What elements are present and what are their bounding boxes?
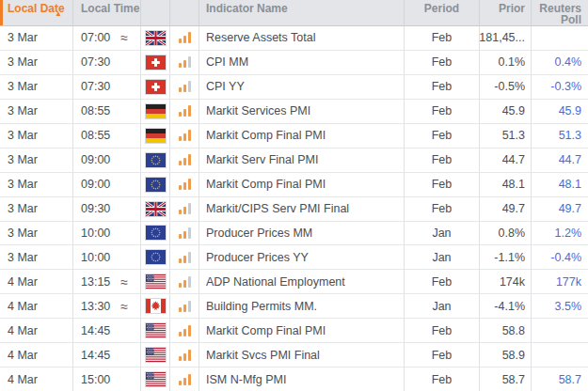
- cell-local-date: 3 Mar: [0, 222, 73, 245]
- cell-indicator-name: Markit Comp Final PMI: [199, 124, 405, 148]
- table-row[interactable]: 4 Mar13:15≈ADP National EmploymentFeb174…: [0, 270, 588, 294]
- cell-country-flag: [141, 124, 170, 148]
- cell-indicator-name: Markit/CIPS Serv PMI Final: [199, 197, 405, 221]
- importance-bars-icon: [179, 301, 191, 312]
- table-row[interactable]: 3 Mar09:00Markit Comp Final PMIFeb48.148…: [0, 173, 588, 197]
- cell-indicator-name: Markit Comp Final PMI: [199, 319, 405, 342]
- time-value: 13:15: [81, 275, 110, 289]
- table-row[interactable]: 3 Mar07:30CPI MMFeb0.1%0.4%: [0, 51, 588, 75]
- importance-bars-icon: [179, 252, 191, 263]
- de-flag-icon: [145, 103, 167, 119]
- column-header-local-time[interactable]: Local Time: [73, 0, 141, 25]
- importance-bars-icon: [179, 32, 191, 43]
- cell-country-flag: [141, 51, 170, 74]
- cell-local-time: 09:30: [73, 197, 141, 221]
- eu-flag-icon: [145, 249, 167, 265]
- cell-local-date: 4 Mar: [0, 368, 73, 391]
- table-row[interactable]: 3 Mar07:00≈Reserve Assets TotalFeb181,45…: [0, 26, 588, 51]
- cell-importance: [170, 149, 199, 172]
- cell-indicator-name: Markit Services PMI: [199, 100, 405, 123]
- cell-prior: 174k: [480, 270, 532, 293]
- table-row[interactable]: 3 Mar10:00Producer Prices YYJan-1.1%-0.4…: [0, 245, 588, 270]
- cell-indicator-name: Markit Serv Final PMI: [199, 149, 405, 172]
- cell-local-time: 10:00: [73, 222, 141, 245]
- cell-local-time: 13:15≈: [73, 270, 141, 293]
- eu-flag-icon: [145, 177, 167, 193]
- time-value: 13:30: [81, 300, 110, 313]
- cell-local-date: 3 Mar: [0, 124, 73, 148]
- cell-indicator-name: Markit Comp Final PMI: [199, 173, 405, 196]
- table-row[interactable]: 4 Mar14:45Markit Svcs PMI FinalFeb58.9: [0, 343, 588, 368]
- importance-bars-icon: [179, 350, 191, 361]
- time-value: 09:00: [81, 178, 110, 191]
- cell-reuters-poll: 3.5%: [532, 294, 588, 318]
- cell-local-time: 08:55: [73, 124, 141, 148]
- cell-indicator-name: Markit Svcs PMI Final: [199, 343, 405, 367]
- table-row[interactable]: 4 Mar14:45Markit Comp Final PMIFeb58.8: [0, 319, 588, 343]
- cell-reuters-poll: 51.3: [532, 124, 588, 148]
- importance-bars-icon: [179, 276, 191, 288]
- cell-reuters-poll: 1.2%: [532, 222, 588, 245]
- cell-local-date: 4 Mar: [0, 319, 73, 342]
- cell-prior: 181,45...: [480, 26, 532, 50]
- time-value: 08:55: [81, 104, 110, 117]
- cell-period: Feb: [405, 51, 480, 74]
- cell-reuters-poll: 0.4%: [532, 51, 588, 74]
- cell-indicator-name: Building Permits MM.: [199, 294, 405, 318]
- cell-country-flag: [141, 270, 170, 293]
- column-header-prior[interactable]: Prior: [480, 0, 532, 25]
- column-header-period[interactable]: Period: [405, 0, 480, 25]
- cell-indicator-name: Producer Prices YY: [199, 245, 405, 269]
- cell-local-date: 3 Mar: [0, 245, 73, 269]
- table-row[interactable]: 3 Mar10:00Producer Prices MMJan0.8%1.2%: [0, 222, 588, 246]
- table-row[interactable]: 3 Mar08:55Markit Comp Final PMIFeb51.351…: [0, 124, 588, 149]
- cell-importance: [170, 368, 199, 391]
- time-value: 09:00: [81, 153, 110, 166]
- importance-bars-icon: [179, 154, 191, 165]
- us-flag-icon: [145, 274, 167, 289]
- table-row[interactable]: 3 Mar09:00Markit Serv Final PMIFeb44.744…: [0, 149, 588, 173]
- eu-flag-icon: [145, 225, 167, 241]
- cell-reuters-poll: [532, 26, 588, 50]
- cell-local-time: 14:45: [73, 319, 141, 342]
- cell-indicator-name: CPI MM: [199, 51, 405, 74]
- cell-importance: [170, 100, 199, 123]
- table-row[interactable]: 4 Mar13:30≈Building Permits MM.Jan-4.1%3…: [0, 294, 588, 319]
- table-row[interactable]: 3 Mar07:30CPI YYFeb-0.5%-0.3%: [0, 75, 588, 100]
- table-body: 3 Mar07:00≈Reserve Assets TotalFeb181,45…: [0, 26, 588, 391]
- cell-prior: 58.8: [480, 319, 532, 342]
- cell-prior: -4.1%: [480, 294, 532, 318]
- cell-reuters-poll: 48.1: [532, 173, 588, 196]
- economic-calendar-table: Local Date▲ Local Time Indicator Name Pe…: [0, 0, 588, 391]
- us-flag-icon: [145, 347, 167, 363]
- importance-bars-icon: [179, 325, 191, 336]
- column-header-reuters-poll[interactable]: Reuters Poll: [532, 0, 588, 25]
- table-row[interactable]: 3 Mar09:30Markit/CIPS Serv PMI FinalFeb4…: [0, 197, 588, 222]
- column-header-indicator-name[interactable]: Indicator Name: [199, 0, 405, 25]
- cell-reuters-poll: [532, 319, 588, 342]
- table-row[interactable]: 3 Mar08:55Markit Services PMIFeb45.945.9: [0, 100, 588, 124]
- cell-period: Jan: [405, 222, 480, 245]
- cell-reuters-poll: -0.4%: [532, 245, 588, 269]
- cell-country-flag: [141, 75, 170, 99]
- cell-prior: -0.5%: [480, 75, 532, 99]
- cell-reuters-poll: 49.7: [532, 197, 588, 221]
- time-value: 10:00: [81, 251, 110, 264]
- cell-indicator-name: Reserve Assets Total: [199, 26, 405, 50]
- cell-local-date: 4 Mar: [0, 270, 73, 293]
- table-row[interactable]: 4 Mar15:00ISM N-Mfg PMIFeb58.758.7: [0, 368, 588, 391]
- time-value: 10:00: [81, 227, 110, 240]
- cell-local-time: 07:00≈: [73, 26, 141, 50]
- time-value: 14:45: [81, 324, 110, 337]
- cell-importance: [170, 197, 199, 221]
- column-header-local-date[interactable]: Local Date▲: [0, 0, 73, 25]
- cell-local-time: 13:30≈: [73, 294, 141, 318]
- cell-country-flag: [141, 294, 170, 318]
- column-header-flag[interactable]: [141, 0, 170, 25]
- cell-local-time: 09:00: [73, 149, 141, 172]
- time-value: 07:30: [81, 80, 110, 93]
- cell-prior: 44.7: [480, 149, 532, 172]
- column-header-importance[interactable]: [170, 0, 199, 25]
- cell-prior: 0.8%: [480, 222, 532, 245]
- cell-country-flag: [141, 149, 170, 172]
